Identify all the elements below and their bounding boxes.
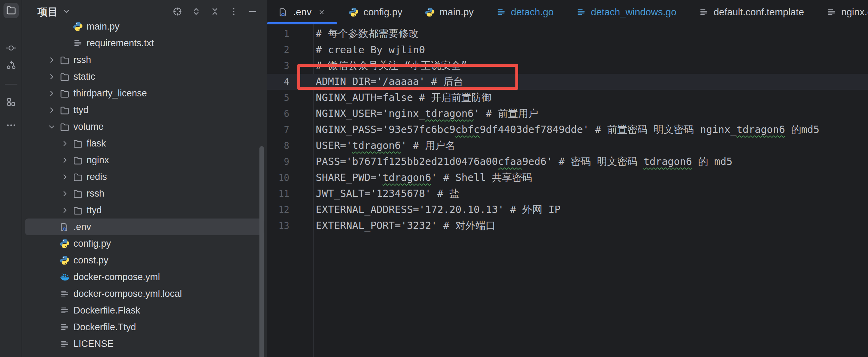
chevron-slot	[47, 219, 59, 235]
line-number: 10	[267, 173, 294, 183]
tree-item-ttyd[interactable]: ttyd	[25, 202, 264, 219]
chevron-slot	[47, 335, 59, 352]
toolbar-button-select-opened-file[interactable]	[172, 7, 183, 18]
folder-icon	[72, 138, 83, 149]
project-scrollbar[interactable]	[259, 146, 264, 357]
code-segment: USER='	[316, 140, 352, 151]
activity-bar	[0, 0, 22, 357]
chevron-right-icon[interactable]	[47, 68, 59, 85]
tree-item-label: volume	[73, 121, 104, 132]
chevron-right-icon[interactable]	[60, 185, 72, 202]
tree-item-rssh[interactable]: rssh	[25, 51, 264, 68]
project-title-dropdown[interactable]: 项目	[38, 5, 72, 19]
code-line-4[interactable]: 4ADMIN_DIR='/aaaaa' # 后台	[267, 74, 868, 90]
chevron-slot	[47, 252, 59, 269]
text-icon	[59, 305, 70, 316]
editor-zone: .envconfig.pymain.pydetach.godetach_wind…	[267, 0, 868, 357]
chevron-right-icon[interactable]	[47, 102, 59, 118]
python-icon	[425, 7, 435, 17]
code-line-6[interactable]: 6NGINX_USER='nginx_tdragon6' # 前置用户	[267, 106, 868, 122]
tab-main.py[interactable]: main.py	[413, 0, 485, 24]
tab-.env[interactable]: .env	[267, 0, 337, 24]
locate-icon	[172, 6, 183, 18]
tree-item-.env[interactable]: .env	[25, 219, 264, 235]
line-number: 3	[267, 61, 294, 71]
tree-item-dockerfile.ttyd[interactable]: Dockerfile.Ttyd	[25, 319, 264, 335]
chevron-down-icon[interactable]	[47, 118, 59, 135]
tree-item-label: rssh	[73, 55, 91, 65]
toolbar-button-hide-panel[interactable]	[247, 7, 258, 18]
toolbar-button-expand-all[interactable]	[191, 7, 202, 18]
python-icon	[72, 21, 83, 32]
line-number: 8	[267, 141, 294, 151]
env-icon	[278, 7, 289, 17]
line-number: 12	[267, 205, 294, 215]
code-line-5[interactable]: 5NGINX_AUTH=false # 开启前置防御	[267, 90, 868, 106]
code-segment: EXTERNAL_ADDRESS='172.20.10.13' # 外网 IP	[316, 204, 561, 215]
tree-item-flask[interactable]: flask	[25, 135, 264, 152]
folder-icon	[59, 121, 70, 132]
expand-icon	[191, 6, 201, 18]
chevron-right-icon[interactable]	[47, 85, 59, 102]
close-icon[interactable]	[317, 8, 326, 17]
code-line-10[interactable]: 10SHARE_PWD='tdragon6' # Shell 共享密码	[267, 170, 868, 186]
text-icon	[699, 7, 709, 17]
editor[interactable]: 1# 每个参数都需要修改2# create By wjlin03# 微信公众号关…	[267, 24, 868, 357]
python-icon	[59, 238, 70, 249]
activity-bar-item-project[interactable]	[3, 3, 19, 18]
activity-bar-item-structure[interactable]	[3, 95, 19, 110]
tree-item-config.py[interactable]: config.py	[25, 235, 264, 252]
code-line-9[interactable]: 9PASS='b7671f125bb2ed21d0476a00cfaa9ed6'…	[267, 154, 868, 170]
chevron-right-icon[interactable]	[60, 202, 72, 219]
code-line-1[interactable]: 1# 每个参数都需要修改	[267, 26, 868, 42]
folder-icon	[72, 154, 83, 166]
chevron-slot	[60, 18, 72, 35]
tree-item-thirdparty-license[interactable]: thirdparty_license	[25, 85, 264, 102]
tree-item-label: LICENSE	[73, 339, 114, 349]
folder-icon	[72, 205, 83, 216]
chevron-right-icon[interactable]	[60, 168, 72, 185]
toolbar-button-collapse-all[interactable]	[209, 7, 220, 18]
code-segment: ' # 前置用户	[474, 108, 538, 119]
tab-nginx.conf[interactable]: nginx.conf	[815, 0, 868, 24]
tree-item-static[interactable]: static	[25, 68, 264, 85]
tree-item-ttyd[interactable]: ttyd	[25, 102, 264, 118]
tab-label: detach_windows.go	[591, 7, 676, 18]
text-icon	[59, 338, 70, 349]
tree-item-dockerfile.flask[interactable]: Dockerfile.Flask	[25, 302, 264, 319]
code-line-7[interactable]: 7NGINX_PASS='93e57fc6bc9cbfc9df4403def78…	[267, 122, 868, 138]
tree-item-nginx[interactable]: nginx	[25, 152, 264, 168]
code-line-3[interactable]: 3# 微信公众号关注 “小王说安全”	[267, 58, 868, 74]
code-segment: # 每个参数都需要修改	[316, 27, 419, 39]
tree-item-label: const.py	[73, 255, 108, 266]
code-line-11[interactable]: 11JWT_SALT='12345678' # 盐	[267, 186, 868, 202]
tree-item-volume[interactable]: volume	[25, 118, 264, 135]
code-line-8[interactable]: 8USER='tdragon6' # 用户名	[267, 138, 868, 154]
tree-item-redis[interactable]: redis	[25, 168, 264, 185]
tree-item-docker-compose.yml.local[interactable]: docker-compose.yml.local	[25, 285, 264, 302]
code-line-2[interactable]: 2# create By wjlin0	[267, 42, 868, 58]
code-line-12[interactable]: 12EXTERNAL_ADDRESS='172.20.10.13' # 外网 I…	[267, 202, 868, 218]
code-text: EXTERNAL_PORT='3232' # 对外端口	[294, 219, 496, 233]
activity-bar-item-git[interactable]	[3, 58, 19, 73]
tree-item-requirements.txt[interactable]: requirements.txt	[25, 35, 264, 51]
activity-bar-item-commit[interactable]	[3, 41, 19, 56]
tab-default.conf.template[interactable]: default.conf.template	[688, 0, 815, 24]
code-line-13[interactable]: 13EXTERNAL_PORT='3232' # 对外端口	[267, 218, 868, 234]
tab-detach.go[interactable]: detach.go	[485, 0, 565, 24]
tree-item-license[interactable]: LICENSE	[25, 335, 264, 352]
tab-detach-windows.go[interactable]: detach_windows.go	[565, 0, 688, 24]
tab-label: config.py	[363, 7, 402, 18]
chevron-right-icon[interactable]	[47, 51, 59, 68]
chevron-right-icon[interactable]	[60, 135, 72, 152]
tab-config.py[interactable]: config.py	[337, 0, 413, 24]
tree-item-rssh[interactable]: rssh	[25, 185, 264, 202]
tree-item-docker-compose.yml[interactable]: docker-compose.yml	[25, 269, 264, 285]
typo-squiggle: cbfc	[456, 124, 480, 135]
activity-bar-item-more-tools[interactable]	[3, 118, 19, 134]
tree-item-const.py[interactable]: const.py	[25, 252, 264, 269]
chevron-slot	[47, 269, 59, 285]
toolbar-button-options-menu[interactable]	[228, 7, 239, 18]
chevron-right-icon[interactable]	[60, 152, 72, 168]
tree-item-main.py[interactable]: main.py	[25, 18, 264, 35]
